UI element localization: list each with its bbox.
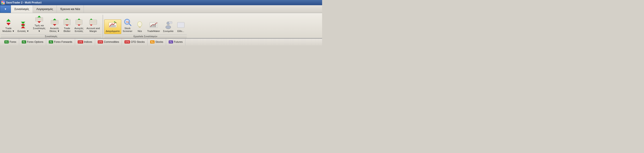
commodities-badge: CFD [98,40,103,43]
cfd-stocks-label: CFD Stocks [131,40,145,43]
trade-modules-button[interactable]: Trade Modules ▼ [1,17,16,34]
bottom-cfd-stocks[interactable]: CFD CFD Stocks [122,39,148,45]
bottom-commodities[interactable]: CFD Commodities [95,39,122,45]
anoiktes-theseis-icon [50,18,59,26]
trademaker-button[interactable]: TradeMaker [146,19,162,34]
futures-badge: Fu [169,40,173,43]
menu-tab-synalagges-label: Συναλλαγές [14,7,29,11]
entoles-button[interactable]: Εντολές ▼ [16,19,31,34]
svg-rect-65 [169,21,172,24]
svg-marker-15 [38,16,41,17]
eidos-icon [176,21,185,29]
stock-screener-icon: Eq [123,18,132,26]
bottom-indices[interactable]: CFD Indices [75,39,95,45]
cfd-stocks-badge: CFD [124,40,130,43]
account-margin-label: Account and Margin [86,27,100,33]
svg-rect-23 [64,19,70,25]
ribbon-divider-1 [103,15,103,38]
svg-marker-7 [21,22,25,24]
svg-point-56 [138,22,140,24]
svg-rect-55 [139,27,140,28]
svg-rect-17 [51,20,58,24]
account-margin-button[interactable]: Account and Margin [85,17,102,34]
anoiktes-theseis-label: Ανοικτές Θέσεις ▼ [50,27,60,33]
indices-label: Indices [84,40,92,43]
svg-marker-28 [65,18,69,20]
trade-blotter-label: Trade Blotter [64,27,70,33]
indices-badge: CFD [78,40,83,43]
forex-label: Forex [10,40,16,43]
svg-text:Eq: Eq [126,21,129,23]
dropdown-arrow-icon: ▼ [4,7,7,11]
svg-marker-40 [90,18,92,20]
synomilia-label: Συνομιλία [163,30,174,33]
svg-rect-62 [156,23,156,27]
commodities-label: Commodities [104,40,119,43]
svg-marker-6 [6,23,11,25]
nea-button[interactable]: Νέα [134,19,146,34]
svg-point-53 [138,21,142,27]
forex-options-label: Forex Options [27,40,43,43]
diagrammata-label: Διαγράμματα [106,30,120,33]
stock-screener-button[interactable]: Eq Stock Screener [121,17,134,34]
stock-screener-label: Stock Screener [123,27,132,33]
ribbon: Trade Modules ▼ Εντολές ▼ [0,13,322,38]
anoiktes-theseis-button[interactable]: Ανοικτές Θέσεις ▼ [48,17,61,34]
svg-rect-47 [115,25,116,27]
menu-tab-synalagges[interactable]: Συναλλαγές [11,5,33,13]
svg-marker-34 [78,18,80,20]
svg-marker-35 [78,24,80,26]
ribbon-section-tools: Διαγράμματα Eq Stock Screener [104,14,187,38]
menu-tab-logariasmos[interactable]: Λογαριασμός [33,5,57,13]
svg-marker-5 [6,19,11,21]
trade-modules-icon [4,18,13,26]
diagrammata-button[interactable]: Διαγράμματα [104,19,121,34]
svg-point-64 [166,25,171,29]
svg-rect-11 [36,17,43,21]
menu-tab-erevna-label: Έρευνα και Νέα [60,7,80,11]
svg-marker-21 [53,18,56,20]
eidos-button[interactable]: Είδο... [175,19,187,34]
forex-forwards-badge: Fx [49,40,53,43]
svg-marker-41 [90,24,92,26]
trade-blotter-button[interactable]: Trade Blotter [61,17,73,34]
synomilia-button[interactable]: Συνομιλία [162,19,175,34]
bottom-bar: Fx Forex Fx Forex Options Fx Forex Forwa… [0,38,322,45]
bottom-forex[interactable]: Fx Forex [2,39,19,45]
trade-section-label: Συναλλαγές [1,34,102,38]
svg-rect-59 [152,25,152,27]
stocks-badge: Eq [150,40,154,43]
menu-dropdown-button[interactable]: ▼ [0,5,11,13]
bottom-futures[interactable]: Fu Futures [166,39,186,45]
menu-tab-logariasmos-label: Λογαριασμός [36,7,53,11]
bottom-forex-options[interactable]: Fx Forex Options [19,39,46,45]
bottom-forex-forwards[interactable]: Fx Forex Forwards [46,39,75,45]
futures-label: Futures [174,40,183,43]
svg-rect-61 [154,24,155,27]
forex-options-badge: Fx [22,40,26,43]
svg-rect-2 [3,1,4,2]
menu-tab-erevna[interactable]: Έρευνα και Νέα [57,5,84,13]
svg-rect-3 [2,3,3,4]
trade-modules-label: Trade Modules ▼ [2,27,14,33]
svg-marker-16 [38,21,41,23]
window-title: SaxoTrader 2 - Multi Product [6,1,42,4]
entoles-label: Εντολές ▼ [18,30,29,33]
synomilia-icon [164,21,172,29]
entoles-icon [19,21,28,29]
anoiktes-entoles-label: Ανοιχτές Εντολές [74,27,84,33]
times-synalagges-label: Τιμές και Συναλλαγές ▼ [32,24,46,33]
anoiktes-entoles-button[interactable]: Ανοιχτές Εντολές [73,17,85,34]
eidos-label: Είδο... [178,30,184,33]
trade-blotter-icon [63,18,72,26]
svg-marker-22 [53,24,56,26]
diagrammata-icon [108,21,117,29]
svg-line-51 [129,24,131,26]
anoiktes-entoles-icon [75,18,83,26]
times-synalagges-button[interactable]: Τιμές και Συναλλαγές ▼ [30,14,48,34]
bottom-stocks[interactable]: Eq Stocks [148,39,166,45]
forex-badge: Fx [4,40,9,43]
trademaker-label: TradeMaker [147,30,160,33]
svg-marker-29 [65,24,69,26]
account-margin-icon [89,18,98,26]
